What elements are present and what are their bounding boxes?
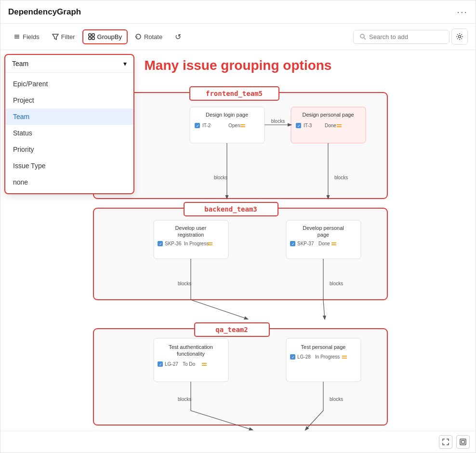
fields-icon (13, 33, 20, 40)
svg-rect-29 (337, 126, 342, 127)
dropdown-item-none[interactable]: none (5, 174, 133, 190)
svg-rect-28 (337, 124, 342, 125)
svg-rect-67 (202, 365, 207, 366)
svg-text:✓: ✓ (297, 124, 301, 128)
svg-rect-7 (92, 37, 94, 40)
groupby-dropdown[interactable]: Team ▾ Epic/Parent Project Team Status P… (4, 54, 134, 194)
svg-text:In Progress: In Progress (315, 354, 340, 360)
app-header: DependencyGraph ··· (0, 0, 476, 24)
search-input[interactable] (369, 33, 441, 40)
fields-label: Fields (23, 33, 40, 40)
dropdown-item-project[interactable]: Project (5, 92, 133, 108)
groupby-icon (88, 33, 95, 40)
svg-text:blocks: blocks (271, 119, 285, 124)
svg-rect-6 (89, 37, 91, 40)
svg-text:Develop personal: Develop personal (303, 225, 344, 231)
svg-text:blocks: blocks (330, 397, 343, 402)
svg-text:IT-3: IT-3 (304, 123, 312, 128)
svg-rect-75 (342, 358, 347, 359)
svg-text:blocks: blocks (334, 175, 348, 180)
svg-text:IT-2: IT-2 (202, 123, 211, 128)
bottom-icons (439, 435, 470, 449)
svg-text:Design personal page: Design personal page (302, 112, 354, 118)
svg-marker-3 (53, 34, 58, 40)
svg-rect-86 (460, 439, 466, 445)
svg-text:✓: ✓ (159, 242, 162, 246)
svg-rect-5 (92, 34, 94, 36)
svg-text:Open: Open (228, 123, 240, 128)
rotate-icon (135, 33, 142, 40)
svg-text:frontend_team5: frontend_team5 (206, 90, 263, 98)
svg-text:backend_team3: backend_team3 (204, 205, 257, 213)
dropdown-item-priority[interactable]: Priority (5, 141, 133, 158)
fullscreen-icon (460, 439, 466, 445)
expand-button[interactable] (439, 435, 452, 449)
refresh-button[interactable]: ↺ (170, 29, 186, 45)
svg-line-9 (364, 38, 366, 40)
filter-icon (52, 33, 59, 40)
rotate-button[interactable]: Rotate (130, 30, 168, 44)
svg-text:✓: ✓ (291, 242, 295, 246)
svg-text:blocks: blocks (330, 281, 343, 286)
dropdown-item-team[interactable]: Team (5, 108, 133, 125)
svg-text:LG-28: LG-28 (297, 354, 311, 360)
main-area: Team ▾ Epic/Parent Project Team Status P… (0, 50, 476, 431)
svg-text:qa_team2: qa_team2 (215, 326, 248, 334)
toolbar: Fields Filter GroupBy Rotate ↺ (0, 24, 476, 50)
svg-rect-52 (331, 242, 336, 243)
svg-text:Design login page: Design login page (206, 112, 248, 118)
fullscreen-button[interactable] (456, 435, 470, 449)
dropdown-selected[interactable]: Team ▾ (5, 55, 133, 73)
search-icon (359, 33, 366, 40)
svg-text:To Do: To Do (183, 361, 196, 367)
expand-icon (442, 439, 449, 445)
svg-rect-53 (331, 244, 336, 245)
svg-text:SKP-37: SKP-37 (297, 241, 314, 246)
svg-point-8 (360, 34, 364, 38)
app-title: DependencyGraph (8, 7, 81, 17)
svg-text:blocks: blocks (178, 281, 191, 286)
svg-rect-87 (462, 440, 464, 443)
svg-text:✓: ✓ (196, 124, 199, 128)
svg-text:registration: registration (178, 232, 204, 238)
svg-text:✓: ✓ (159, 362, 162, 367)
svg-text:Test personal page: Test personal page (301, 344, 346, 350)
filter-button[interactable]: Filter (47, 30, 80, 44)
svg-text:page: page (317, 232, 329, 238)
filter-label: Filter (61, 33, 75, 40)
svg-text:Done: Done (318, 241, 330, 246)
settings-button[interactable] (451, 28, 468, 45)
dropdown-item-issuetype[interactable]: Issue Type (5, 158, 133, 174)
svg-rect-4 (89, 34, 91, 36)
svg-text:Test authentication: Test authentication (169, 344, 213, 350)
refresh-icon: ↺ (175, 32, 181, 41)
svg-rect-74 (342, 356, 347, 357)
search-box[interactable] (353, 30, 450, 44)
more-menu-button[interactable]: ··· (457, 6, 468, 17)
bottom-bar (0, 431, 476, 453)
svg-text:LG-27: LG-27 (165, 361, 178, 367)
dropdown-list: Epic/Parent Project Team Status Priority… (5, 73, 133, 193)
svg-text:functionality: functionality (177, 351, 205, 357)
groupby-button[interactable]: GroupBy (82, 29, 128, 44)
svg-rect-43 (208, 242, 212, 243)
dropdown-item-epic[interactable]: Epic/Parent (5, 76, 133, 92)
rotate-label: Rotate (144, 33, 162, 40)
svg-text:blocks: blocks (178, 397, 191, 402)
svg-point-10 (459, 36, 461, 38)
svg-rect-20 (240, 124, 245, 125)
fields-button[interactable]: Fields (8, 30, 45, 44)
settings-icon (456, 33, 463, 40)
svg-text:SKP-36: SKP-36 (165, 241, 182, 246)
svg-rect-66 (202, 363, 207, 364)
svg-text:✓: ✓ (291, 355, 295, 360)
svg-text:In Progress: In Progress (184, 241, 209, 246)
svg-rect-21 (240, 126, 245, 127)
groupby-label: GroupBy (97, 33, 122, 40)
dropdown-item-status[interactable]: Status (5, 125, 133, 141)
svg-text:Develop user: Develop user (175, 225, 207, 231)
app-container: DependencyGraph ··· Fields Filter GroupB… (0, 0, 476, 453)
chevron-down-icon: ▾ (123, 60, 127, 67)
svg-rect-44 (208, 244, 212, 245)
svg-text:blocks: blocks (214, 175, 227, 180)
